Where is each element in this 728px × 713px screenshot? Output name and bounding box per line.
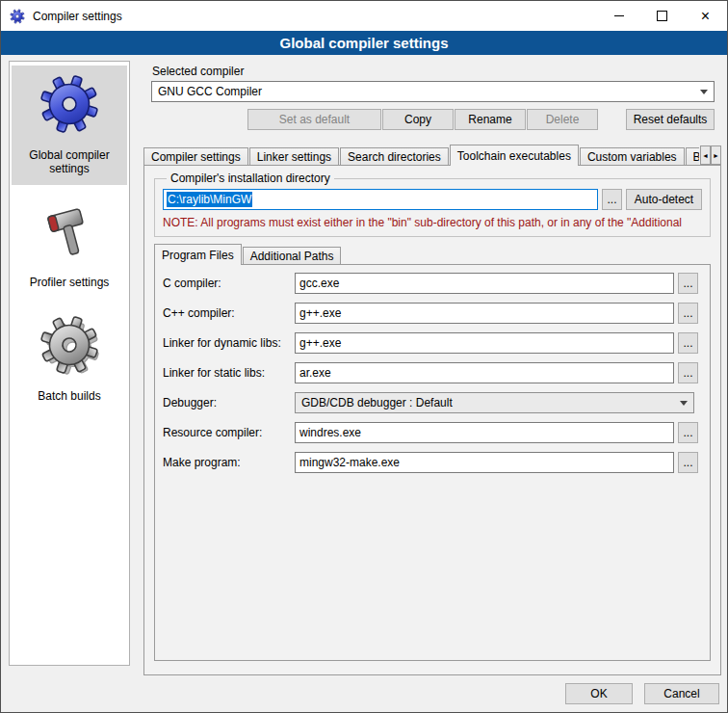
- auto-detect-button[interactable]: Auto-detect: [626, 189, 702, 210]
- sidebar-item-label: Profiler settings: [13, 276, 125, 289]
- sidebar-item-label: Batch builds: [13, 389, 125, 403]
- dialog-header: Global compiler settings: [1, 31, 727, 55]
- app-gear-icon: [10, 9, 25, 24]
- installation-directory-label: Compiler's installation directory: [167, 172, 334, 185]
- tab-additional-paths[interactable]: Additional Paths: [243, 247, 342, 265]
- tab-scroll-left-button[interactable]: ◄: [700, 145, 711, 165]
- field-row-dynamic-linker: Linker for dynamic libs: ...: [163, 332, 698, 354]
- sidebar-item-global-compiler-settings[interactable]: Global compiler settings: [12, 66, 127, 185]
- compiler-settings-window: Compiler settings × Global compiler sett…: [0, 0, 728, 713]
- tab-program-files[interactable]: Program Files: [154, 244, 242, 265]
- tab-build-options[interactable]: Buil: [686, 147, 699, 166]
- selected-compiler-label: Selected compiler: [152, 65, 244, 78]
- sidebar-item-batch-builds[interactable]: Batch builds: [12, 306, 127, 412]
- installation-directory-group: Compiler's installation directory C:\ray…: [154, 172, 711, 237]
- field-row-make-program: Make program: ...: [163, 452, 698, 473]
- selected-compiler-dropdown[interactable]: GNU GCC Compiler: [151, 81, 715, 102]
- field-row-static-linker: Linker for static libs: ...: [163, 362, 698, 383]
- tab-search-directories[interactable]: Search directories: [340, 147, 449, 166]
- resource-compiler-input[interactable]: [295, 422, 674, 443]
- dynamic-linker-input[interactable]: [295, 332, 674, 354]
- browse-static-linker-button[interactable]: ...: [678, 362, 698, 383]
- ok-button[interactable]: OK: [565, 683, 633, 704]
- debugger-dropdown[interactable]: GDB/CDB debugger : Default: [295, 392, 694, 413]
- window-title: Compiler settings: [33, 10, 122, 23]
- minimize-button[interactable]: [597, 1, 640, 31]
- static-linker-label: Linker for static libs:: [163, 366, 295, 380]
- tab-toolchain-executables[interactable]: Toolchain executables: [450, 145, 579, 166]
- chevron-down-icon: [700, 90, 708, 94]
- window-controls: ×: [597, 1, 727, 31]
- cpp-compiler-input[interactable]: [295, 303, 674, 324]
- field-row-cpp-compiler: C++ compiler: ...: [163, 303, 698, 324]
- program-files-panel: C compiler: ... C++ compiler: ... Linker…: [154, 264, 711, 661]
- close-icon: ×: [701, 8, 710, 25]
- debugger-label: Debugger:: [163, 396, 295, 409]
- installation-directory-input[interactable]: C:\raylib\MinGW: [163, 189, 598, 210]
- installation-directory-row: C:\raylib\MinGW ... Auto-detect: [163, 189, 702, 210]
- chevron-down-icon: [680, 401, 688, 406]
- browse-make-program-button[interactable]: ...: [678, 452, 698, 473]
- field-row-resource-compiler: Resource compiler: ...: [163, 422, 698, 443]
- c-compiler-label: C compiler:: [163, 277, 295, 290]
- sidebar-item-label: Global compiler settings: [13, 148, 125, 175]
- minimize-icon: [614, 15, 624, 16]
- note-text: NOTE: All programs must exist either in …: [163, 216, 702, 229]
- hammer-icon: [39, 200, 100, 262]
- make-program-label: Make program:: [163, 456, 295, 469]
- program-tabs: Program Files Additional Paths: [154, 245, 720, 265]
- field-row-c-compiler: C compiler: ...: [163, 273, 698, 294]
- make-program-input[interactable]: [295, 452, 674, 473]
- settings-tabs: Compiler settings Linker settings Search…: [143, 145, 699, 166]
- cpp-compiler-label: C++ compiler:: [163, 306, 295, 320]
- copy-button[interactable]: Copy: [382, 109, 454, 130]
- tab-compiler-settings[interactable]: Compiler settings: [143, 147, 248, 166]
- browse-cpp-compiler-button[interactable]: ...: [678, 303, 698, 324]
- close-button[interactable]: ×: [684, 1, 727, 31]
- titlebar: Compiler settings ×: [1, 1, 727, 31]
- toolchain-executables-panel: Compiler's installation directory C:\ray…: [143, 165, 721, 675]
- maximize-icon: [657, 11, 667, 21]
- blue-gear-icon: [39, 73, 100, 135]
- tab-linker-settings[interactable]: Linker settings: [249, 147, 339, 166]
- rename-button[interactable]: Rename: [455, 109, 526, 130]
- static-linker-input[interactable]: [295, 362, 674, 383]
- browse-c-compiler-button[interactable]: ...: [678, 273, 698, 294]
- sidebar-item-profiler-settings[interactable]: Profiler settings: [12, 193, 127, 299]
- field-row-debugger: Debugger: GDB/CDB debugger : Default: [163, 392, 698, 413]
- settings-category-list: Global compiler settings Profiler settin…: [9, 61, 130, 666]
- set-as-default-button[interactable]: Set as default: [247, 109, 381, 130]
- selected-compiler-value: GNU GCC Compiler: [158, 85, 262, 98]
- maximize-button[interactable]: [640, 1, 684, 31]
- delete-button[interactable]: Delete: [527, 109, 598, 130]
- reset-defaults-button[interactable]: Reset defaults: [626, 109, 715, 130]
- gray-gear-icon: [39, 314, 100, 376]
- installation-directory-value: C:\raylib\MinGW: [167, 192, 252, 207]
- browse-dynamic-linker-button[interactable]: ...: [678, 332, 698, 354]
- arrow-left-icon: ◄: [702, 152, 709, 159]
- cancel-button[interactable]: Cancel: [644, 683, 719, 704]
- dynamic-linker-label: Linker for dynamic libs:: [163, 336, 295, 350]
- tab-scroll-right-button[interactable]: ►: [711, 145, 721, 165]
- browse-resource-compiler-button[interactable]: ...: [678, 422, 698, 443]
- debugger-value: GDB/CDB debugger : Default: [301, 396, 453, 409]
- arrow-right-icon: ►: [713, 152, 719, 159]
- c-compiler-input[interactable]: [295, 273, 674, 294]
- browse-directory-button[interactable]: ...: [602, 189, 622, 210]
- resource-compiler-label: Resource compiler:: [163, 426, 295, 439]
- tab-custom-variables[interactable]: Custom variables: [580, 147, 685, 166]
